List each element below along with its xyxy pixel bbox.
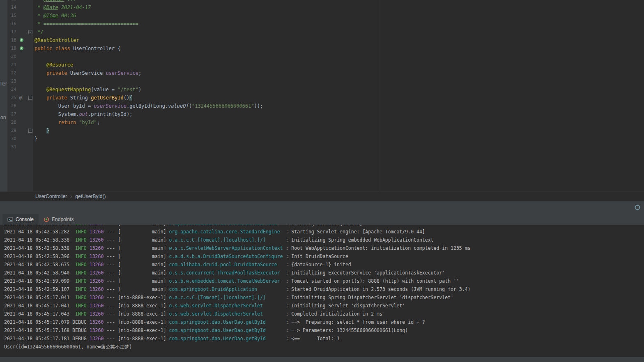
editor-gutter[interactable]: 13141516171819202122232425@262728293031 bbox=[7, 0, 33, 191]
annotation-gutter-icon[interactable]: @ bbox=[19, 94, 22, 102]
code-line[interactable]: private String getUserById(){ bbox=[34, 94, 644, 102]
line-number[interactable]: 26 bbox=[8, 102, 16, 110]
gutter-line[interactable]: 25@ bbox=[7, 94, 33, 102]
breadcrumb-item-class[interactable]: UserController bbox=[35, 194, 67, 199]
line-number[interactable]: 21 bbox=[8, 61, 16, 69]
gutter-line[interactable]: 13 bbox=[7, 0, 33, 3]
log-colon: : bbox=[283, 237, 292, 243]
log-logger: o.s.b.w.embedded.tomcat.TomcatWebServer bbox=[169, 278, 283, 284]
log-gap bbox=[87, 303, 90, 309]
gutter-line[interactable]: 20 bbox=[7, 53, 33, 61]
gutter-line[interactable]: 17 bbox=[7, 28, 33, 36]
line-number[interactable]: 30 bbox=[8, 135, 16, 143]
code-line[interactable]: * @Date 2021-04-17 bbox=[34, 3, 644, 12]
line-number[interactable]: 16 bbox=[8, 20, 16, 28]
code-line[interactable]: @Resource bbox=[34, 61, 644, 69]
endpoints-icon bbox=[44, 217, 49, 222]
line-number[interactable]: 19 bbox=[8, 44, 16, 53]
crosshair-icon[interactable] bbox=[634, 204, 641, 211]
gutter-line[interactable]: 28 bbox=[7, 118, 33, 127]
code-token: () bbox=[124, 95, 129, 101]
code-line[interactable]: * @Time 00:36 bbox=[34, 12, 644, 20]
breadcrumb-item-method[interactable]: getUserById() bbox=[75, 194, 106, 199]
code-token: "1324455666066000661" bbox=[192, 103, 254, 109]
code-token bbox=[34, 103, 58, 109]
gutter-line[interactable]: 26 bbox=[7, 102, 33, 110]
gutter-line[interactable]: 16 bbox=[7, 20, 33, 28]
code-line[interactable]: } bbox=[34, 127, 644, 135]
gutter-line[interactable]: 29 bbox=[7, 127, 33, 135]
fold-icon[interactable] bbox=[28, 129, 32, 133]
gutter-line[interactable]: 23 bbox=[7, 77, 33, 85]
log-pid: 13260 bbox=[90, 303, 104, 309]
line-number[interactable]: 28 bbox=[8, 118, 16, 127]
log-gap bbox=[87, 245, 90, 251]
tab-console[interactable]: Console bbox=[2, 214, 39, 225]
line-number[interactable]: 23 bbox=[8, 77, 16, 85]
gutter-line[interactable]: 27 bbox=[7, 110, 33, 118]
line-number[interactable]: 27 bbox=[8, 110, 16, 118]
log-thread: main] bbox=[121, 229, 169, 235]
log-pid: 13260 bbox=[90, 270, 104, 276]
line-number[interactable]: 18 bbox=[8, 36, 16, 44]
log-gap bbox=[87, 225, 90, 226]
code-lines: * @Author ... * @Date 2021-04-17 * @Time… bbox=[33, 0, 644, 151]
console-icon bbox=[7, 217, 13, 222]
gutter-line[interactable]: 14 bbox=[7, 3, 33, 12]
code-line[interactable]: * ================================ bbox=[34, 20, 644, 28]
log-colon: : bbox=[283, 327, 292, 333]
code-line[interactable]: System.out.println(byId); bbox=[34, 110, 644, 118]
gutter-line[interactable]: 30 bbox=[7, 135, 33, 143]
code-token: out bbox=[79, 111, 88, 117]
gutter-line[interactable]: 31 bbox=[7, 143, 33, 151]
code-line[interactable] bbox=[34, 53, 644, 61]
gutter-line[interactable]: 24 bbox=[7, 85, 33, 94]
gutter-line[interactable]: 19 bbox=[7, 44, 33, 53]
code-line[interactable]: User byId = userService.getById(Long.val… bbox=[34, 102, 644, 110]
code-line[interactable]: public class UserController { bbox=[34, 44, 644, 53]
code-line[interactable]: } bbox=[34, 135, 644, 143]
gutter-line[interactable]: 21 bbox=[7, 61, 33, 69]
log-gap bbox=[87, 270, 90, 276]
line-number[interactable]: 17 bbox=[8, 28, 16, 36]
line-number[interactable]: 13 bbox=[8, 0, 16, 3]
code-line[interactable]: * @Author ... bbox=[34, 0, 644, 3]
line-number[interactable]: 29 bbox=[8, 127, 16, 135]
right-margin-guide bbox=[378, 0, 378, 191]
fold-icon[interactable] bbox=[28, 30, 32, 34]
log-timestamp: 2021-04-18 05:45:17.168 bbox=[4, 327, 72, 333]
line-number[interactable]: 24 bbox=[8, 85, 16, 94]
code-line[interactable] bbox=[34, 143, 644, 151]
log-thread: nio-8888-exec-1] bbox=[121, 336, 169, 341]
gutter-line[interactable]: 15 bbox=[7, 12, 33, 20]
code-line[interactable] bbox=[34, 77, 644, 85]
fold-icon[interactable] bbox=[28, 96, 32, 100]
code-line[interactable]: private UserService userService; bbox=[34, 69, 644, 77]
console-panel[interactable]: 2021-04-18 05:42:58.271 INFO 13260 --- [… bbox=[0, 225, 644, 357]
spring-bean-icon[interactable] bbox=[19, 46, 24, 51]
log-colon: : bbox=[283, 245, 292, 251]
project-tree-item-partial[interactable]: ller bbox=[0, 81, 7, 87]
line-number[interactable]: 22 bbox=[8, 69, 16, 77]
project-tree-item-partial[interactable]: on bbox=[0, 115, 6, 120]
code-token: * bbox=[34, 0, 44, 2]
line-number[interactable]: 31 bbox=[8, 143, 16, 151]
code-line[interactable]: @RequestMapping(value = "/test") bbox=[34, 85, 644, 94]
line-number[interactable]: 14 bbox=[8, 3, 16, 12]
spring-bean-icon[interactable] bbox=[19, 38, 24, 42]
line-number[interactable]: 25 bbox=[8, 94, 16, 102]
code-line[interactable]: */ bbox=[34, 28, 644, 36]
line-number[interactable]: 15 bbox=[8, 12, 16, 20]
line-number[interactable]: 20 bbox=[8, 53, 16, 61]
code-line[interactable]: return "byId"; bbox=[34, 118, 644, 127]
tab-endpoints[interactable]: Endpoints bbox=[39, 214, 78, 225]
log-pid: 13260 bbox=[90, 286, 104, 292]
gutter-line[interactable]: 22 bbox=[7, 69, 33, 77]
project-panel-edge[interactable]: ller on bbox=[0, 0, 7, 191]
console-line: 2021-04-18 05:45:17.181 DEBUG 13260 --- … bbox=[4, 334, 644, 343]
code-editor[interactable]: * @Author ... * @Date 2021-04-17 * @Time… bbox=[33, 0, 644, 191]
gutter-line[interactable]: 18 bbox=[7, 36, 33, 44]
code-line[interactable]: @RestController bbox=[34, 36, 644, 44]
log-timestamp: 2021-04-18 05:42:58.675 bbox=[4, 262, 72, 267]
console-line: 2021-04-18 05:42:58.271 INFO 13260 --- [… bbox=[4, 225, 644, 228]
